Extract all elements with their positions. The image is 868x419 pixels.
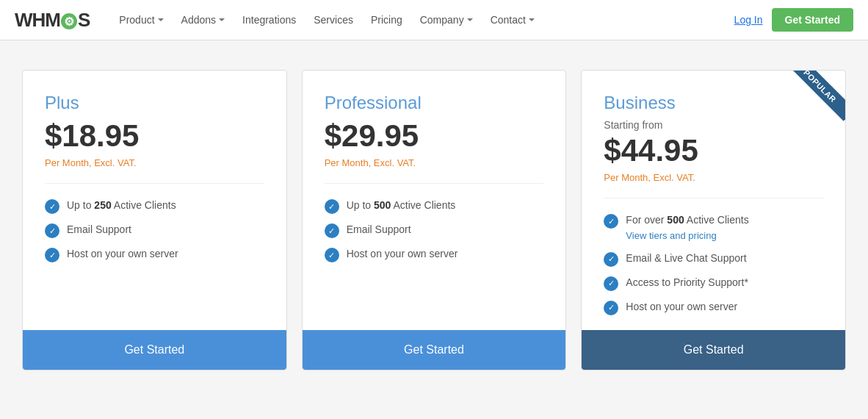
- check-icon: ✓: [325, 199, 339, 214]
- feature-text: Up to 250 Active Clients: [67, 198, 176, 213]
- get-started-button-plus[interactable]: Get Started: [23, 330, 286, 370]
- feature-text: Email Support: [347, 223, 411, 237]
- navigation: WHMS Product Addons Integrations Service…: [0, 0, 868, 40]
- list-item: ✓ For over 500 Active Clients View tiers…: [604, 213, 823, 243]
- nav-actions: Log In Get Started: [734, 8, 853, 32]
- logo[interactable]: WHMS: [15, 9, 90, 32]
- card-footer-professional: Get Started: [303, 330, 566, 370]
- features-professional: ✓ Up to 500 Active Clients ✓ Email Suppo…: [325, 198, 544, 262]
- feature-text: Email Support: [67, 223, 131, 237]
- nav-pricing[interactable]: Pricing: [364, 0, 410, 40]
- check-icon: ✓: [604, 252, 618, 267]
- check-icon: ✓: [604, 301, 618, 315]
- feature-text: Host on your own server: [67, 247, 178, 262]
- get-started-button-professional[interactable]: Get Started: [303, 330, 566, 370]
- nav-addons[interactable]: Addons: [174, 0, 232, 40]
- pricing-section: Plus $18.95 Per Month, Excl. VAT. ✓ Up t…: [0, 40, 868, 400]
- list-item: ✓ Host on your own server: [325, 247, 544, 262]
- nav-get-started-button[interactable]: Get Started: [772, 8, 853, 32]
- chevron-down-icon: [467, 18, 473, 21]
- nav-contact[interactable]: Contact: [483, 0, 542, 40]
- nav-links: Product Addons Integrations Services Pri…: [112, 0, 734, 40]
- nav-integrations[interactable]: Integrations: [235, 0, 303, 40]
- card-footer-plus: Get Started: [23, 330, 286, 370]
- card-footer-business: Get Started: [582, 330, 845, 370]
- list-item: ✓ Email Support: [45, 223, 264, 238]
- feature-text: Host on your own server: [626, 300, 737, 315]
- plan-period-business: Per Month, Excl. VAT.: [604, 172, 823, 183]
- divider-professional: [325, 183, 544, 184]
- check-icon: ✓: [325, 248, 339, 262]
- check-icon: ✓: [45, 248, 59, 262]
- list-item: ✓ Up to 250 Active Clients: [45, 198, 264, 214]
- feature-text: Host on your own server: [347, 247, 458, 262]
- card-body-plus: Plus $18.95 Per Month, Excl. VAT. ✓ Up t…: [23, 71, 286, 330]
- list-item: ✓ Up to 500 Active Clients: [325, 198, 544, 214]
- list-item: ✓ Host on your own server: [604, 300, 823, 315]
- nav-company[interactable]: Company: [413, 0, 480, 40]
- nav-product[interactable]: Product: [112, 0, 170, 40]
- plan-card-professional: Professional $29.95 Per Month, Excl. VAT…: [302, 70, 567, 370]
- chevron-down-icon: [219, 18, 225, 21]
- chevron-down-icon: [158, 18, 164, 21]
- plan-price-plus: $18.95: [45, 119, 264, 153]
- chevron-down-icon: [529, 18, 535, 21]
- popular-badge-text: POPULAR: [786, 71, 845, 121]
- check-icon: ✓: [45, 199, 59, 214]
- feature-text: Email & Live Chat Support: [626, 251, 746, 266]
- divider-business: [604, 198, 823, 198]
- logo-text: WHMS: [15, 9, 90, 32]
- check-icon: ✓: [45, 223, 59, 238]
- features-business: ✓ For over 500 Active Clients View tiers…: [604, 213, 823, 315]
- check-icon: ✓: [325, 223, 339, 238]
- check-icon: ✓: [604, 214, 618, 229]
- check-icon: ✓: [604, 276, 618, 291]
- list-item: ✓ Host on your own server: [45, 247, 264, 262]
- plan-period-plus: Per Month, Excl. VAT.: [45, 157, 264, 168]
- popular-badge: POPULAR: [786, 71, 845, 129]
- nav-services[interactable]: Services: [306, 0, 361, 40]
- plan-card-plus: Plus $18.95 Per Month, Excl. VAT. ✓ Up t…: [22, 70, 287, 370]
- plan-price-professional: $29.95: [325, 119, 544, 153]
- login-link[interactable]: Log In: [734, 14, 763, 26]
- get-started-button-business[interactable]: Get Started: [582, 330, 845, 370]
- plan-name-plus: Plus: [45, 93, 264, 113]
- list-item: ✓ Email Support: [325, 223, 544, 238]
- plan-name-professional: Professional: [325, 93, 544, 113]
- plan-price-business: $44.95: [604, 134, 823, 168]
- feature-text: Access to Priority Support*: [626, 276, 748, 290]
- plan-card-business: POPULAR Business Starting from $44.95 Pe…: [581, 70, 846, 370]
- view-tiers-link[interactable]: View tiers and pricing: [626, 229, 748, 243]
- features-plus: ✓ Up to 250 Active Clients ✓ Email Suppo…: [45, 198, 264, 262]
- card-body-professional: Professional $29.95 Per Month, Excl. VAT…: [303, 71, 566, 330]
- plan-period-professional: Per Month, Excl. VAT.: [325, 157, 544, 168]
- list-item: ✓ Access to Priority Support*: [604, 276, 823, 291]
- list-item: ✓ Email & Live Chat Support: [604, 251, 823, 267]
- divider-plus: [45, 183, 264, 184]
- feature-text: For over 500 Active Clients View tiers a…: [626, 213, 748, 243]
- feature-text: Up to 500 Active Clients: [347, 198, 456, 213]
- logo-gear-icon: [61, 13, 77, 29]
